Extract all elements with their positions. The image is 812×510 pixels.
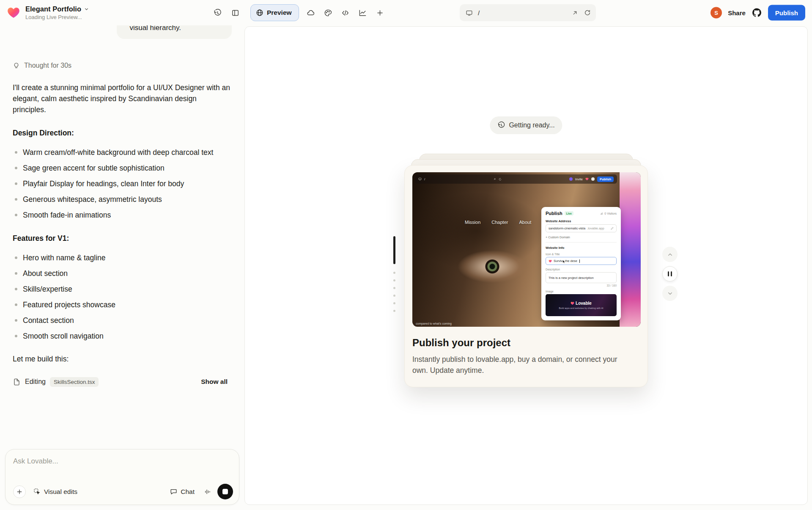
add-tab-button[interactable] bbox=[372, 5, 387, 20]
custom-domain-link: + Custom Domain bbox=[546, 235, 617, 243]
theme-button[interactable] bbox=[320, 5, 335, 20]
mini-publish-panel: Publish Live 0 Visitors Website Address … bbox=[541, 207, 621, 320]
preview-label: Preview bbox=[267, 9, 292, 17]
chat-input[interactable]: Ask Lovable... bbox=[13, 457, 233, 466]
mini-heart-icon bbox=[585, 177, 589, 181]
code-button[interactable] bbox=[337, 5, 353, 20]
palette-icon bbox=[324, 9, 332, 17]
design-direction-list: Warm cream/off-white background with dee… bbox=[13, 147, 232, 221]
editing-file-badge[interactable]: SkillsSection.tsx bbox=[50, 377, 99, 387]
cloud-button[interactable] bbox=[303, 5, 318, 20]
plus-icon bbox=[16, 488, 23, 495]
getting-ready-status: Getting ready... bbox=[490, 116, 562, 134]
lovable-logo-icon[interactable] bbox=[7, 6, 20, 19]
list-item: Warm cream/off-white background with dee… bbox=[13, 147, 232, 158]
github-icon[interactable] bbox=[752, 8, 762, 18]
visitors-label: 0 Visitors bbox=[604, 212, 617, 215]
refresh-icon[interactable] bbox=[584, 9, 591, 16]
open-external-icon[interactable] bbox=[572, 10, 578, 16]
list-item: About section bbox=[13, 268, 232, 279]
list-item: Smooth scroll navigation bbox=[13, 331, 232, 342]
carousel-pause-button[interactable] bbox=[662, 266, 678, 281]
show-all-button[interactable]: Show all bbox=[197, 375, 232, 388]
description-value: This is a new project description bbox=[549, 276, 594, 280]
chevron-up-icon bbox=[667, 251, 673, 258]
editing-status-row: Editing SkillsSection.tsx Show all bbox=[13, 375, 232, 388]
description-field: This is a new project description bbox=[546, 272, 617, 283]
project-status: Loading Live Preview... bbox=[25, 14, 89, 20]
share-button[interactable]: Share bbox=[728, 9, 746, 17]
panel-icon bbox=[231, 9, 239, 17]
url-path[interactable]: / bbox=[478, 9, 480, 17]
chat-panel: visual hierarchy. Thought for 30s I'll c… bbox=[0, 25, 244, 510]
shot-caption: compared to what's coming bbox=[416, 322, 452, 325]
analytics-button[interactable] bbox=[355, 5, 370, 20]
code-icon bbox=[341, 9, 349, 17]
url-actions bbox=[572, 9, 591, 16]
mini-nav-item: Chapter bbox=[491, 220, 508, 225]
publish-flow-screenshot: / Invite Publish Mission bbox=[412, 172, 641, 327]
list-item: Hero with name & tagline bbox=[13, 252, 232, 263]
project-title[interactable]: Elegant Portfolio bbox=[25, 5, 81, 13]
chevron-down-icon[interactable] bbox=[84, 6, 89, 12]
thought-row[interactable]: Thought for 30s bbox=[13, 62, 232, 69]
user-message-bubble: visual hierarchy. bbox=[117, 25, 232, 39]
user-message-text: visual hierarchy. bbox=[129, 25, 181, 32]
globe-icon bbox=[256, 9, 263, 17]
features-list: Hero with name & tagline About section S… bbox=[13, 252, 232, 342]
pause-icon bbox=[668, 271, 672, 276]
address-value: sandstorm-cinematic-vista bbox=[549, 226, 585, 230]
chat-mode-button[interactable]: Chat bbox=[167, 485, 198, 498]
waveform-icon bbox=[204, 488, 211, 496]
avatar[interactable]: S bbox=[710, 7, 722, 19]
carousel-prev-button[interactable] bbox=[662, 247, 678, 262]
file-edit-icon bbox=[13, 378, 21, 386]
carousel-next-button[interactable] bbox=[662, 286, 678, 301]
url-bar[interactable]: / bbox=[460, 4, 596, 21]
history-panel-group bbox=[210, 5, 243, 20]
live-badge: Live bbox=[565, 211, 573, 215]
select-cursor-icon bbox=[33, 488, 41, 495]
list-item: Contact section bbox=[13, 315, 232, 326]
list-item: Smooth fade-in animations bbox=[13, 210, 232, 221]
og-image-preview: Lovable Build apps and websites by chatt… bbox=[546, 294, 617, 316]
assistant-intro: I'll create a stunning minimal portfolio… bbox=[13, 82, 232, 115]
description-label: Description bbox=[546, 268, 617, 271]
progress-dots bbox=[393, 272, 395, 312]
top-bar: Elegant Portfolio Loading Live Preview..… bbox=[0, 0, 812, 25]
panel-toggle-button[interactable] bbox=[228, 5, 243, 20]
mini-device-icon bbox=[418, 177, 422, 181]
mini-refresh-icon bbox=[499, 178, 502, 181]
voice-input-button[interactable] bbox=[202, 486, 213, 497]
stop-generation-button[interactable] bbox=[217, 484, 233, 499]
onboarding-carousel: / Invite Publish Mission bbox=[404, 154, 648, 387]
stop-icon bbox=[222, 489, 228, 494]
app-root: Elegant Portfolio Loading Live Preview..… bbox=[0, 0, 812, 510]
history-button[interactable] bbox=[210, 5, 225, 20]
tool-icons-group bbox=[303, 5, 387, 20]
website-info-label: Website Info bbox=[546, 246, 617, 250]
publish-button[interactable]: Publish bbox=[768, 5, 805, 21]
mini-panel-title: Publish bbox=[546, 211, 562, 216]
list-item: Featured projects showcase bbox=[13, 299, 232, 310]
mini-github-icon bbox=[591, 177, 595, 181]
preview-mode-button[interactable]: Preview bbox=[250, 4, 299, 21]
account-actions: S Share Publish bbox=[710, 5, 805, 21]
og-tagline: Build apps and websites by chatting with… bbox=[559, 307, 603, 309]
cloud-icon bbox=[307, 9, 315, 17]
chevron-down-icon bbox=[667, 290, 673, 297]
lightbulb-icon bbox=[13, 62, 20, 69]
plus-icon bbox=[376, 9, 384, 17]
mini-nav-item: Mission bbox=[465, 220, 480, 225]
preview-panel: Getting ready... / bbox=[244, 26, 808, 505]
visitors-count: 0 Visitors bbox=[600, 212, 617, 215]
mini-external-icon bbox=[493, 178, 496, 181]
chat-composer[interactable]: Ask Lovable... Visual edits Chat bbox=[5, 449, 239, 505]
carousel-progress bbox=[393, 236, 395, 312]
closing-line: Let me build this: bbox=[13, 353, 232, 364]
image-label: Image bbox=[546, 290, 617, 293]
attach-button[interactable] bbox=[13, 485, 26, 498]
address-suffix: .lovable.app bbox=[587, 226, 604, 230]
icon-title-label: Icon & Title bbox=[546, 253, 617, 256]
visual-edits-button[interactable]: Visual edits bbox=[30, 485, 81, 498]
